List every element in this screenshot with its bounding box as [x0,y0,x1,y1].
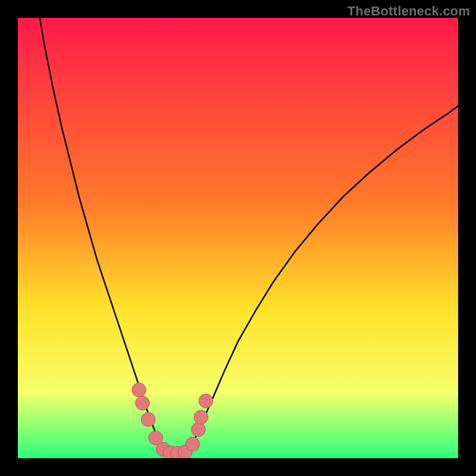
watermark-text: TheBottleneck.com [347,4,470,19]
data-marker [194,410,208,424]
data-marker [186,437,200,451]
data-marker [192,422,206,437]
data-marker [141,412,155,427]
chart-svg [18,18,458,458]
data-marker [132,383,146,397]
gradient-background [18,18,458,458]
data-marker [199,394,213,408]
data-marker [136,396,150,411]
chart-frame: TheBottleneck.com [0,0,476,476]
plot-area [18,18,458,458]
